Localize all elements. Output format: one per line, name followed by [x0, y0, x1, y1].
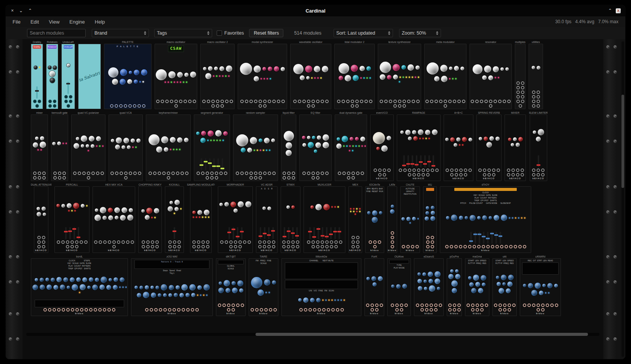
module-card[interactable]: dIKT@TGLOBALSCALEbIdoo: [216, 255, 246, 316]
port-jack: [347, 176, 350, 180]
module-card[interactable]: LATebIdoo: [387, 183, 397, 253]
module-card[interactable]: pOuPrebIdoo: [447, 255, 462, 316]
module-card[interactable]: zOÙ MAÏPattern 0 : Track 0Steps Speed Re…: [131, 255, 213, 316]
module-card[interactable]: evenVCObEfACO: [370, 111, 394, 181]
sort-dropdown[interactable]: Sort: Last updated: [334, 29, 393, 37]
module-card[interactable]: mixer: [31, 111, 48, 181]
module-card[interactable]: Aria Salvatrice: [78, 40, 101, 109]
horizontal-scrollbar[interactable]: [26, 333, 599, 336]
knob: [402, 284, 407, 289]
module-card[interactable]: MEXbEfACO: [348, 183, 362, 253]
search-input[interactable]: [27, 29, 86, 37]
port-area: [300, 171, 331, 180]
module-card[interactable]: tidal modulator 2: [334, 40, 375, 109]
module-card[interactable]: dual dynamics gate: [335, 111, 367, 181]
module-card[interactable]: MUXLICERbEfACO: [304, 183, 345, 253]
module-card[interactable]: SLEW LIMITERbEfACO: [529, 111, 548, 181]
module-card[interactable]: dTrOYCLOCKKEY SCALE GATE SLIDEPLAY COUNT…: [440, 183, 531, 253]
vertical-scrollbar[interactable]: [621, 41, 624, 357]
module-card[interactable]: tOCAnTeBPH BEATS BARFINE RESET RUNbIdoo: [365, 183, 384, 253]
horizontal-scrollbar-thumb[interactable]: [256, 333, 588, 336]
rack-screw: [16, 70, 19, 74]
module-card[interactable]: MUbIdoo: [423, 183, 437, 253]
module-card[interactable]: liquid filter: [281, 111, 296, 181]
menu-engine[interactable]: Engine: [69, 19, 85, 25]
module-card[interactable]: macro oscillatorCSAW: [155, 40, 197, 109]
led-indicator: [180, 208, 182, 210]
knob: [310, 205, 314, 209]
fader: [330, 227, 332, 239]
port-jack: [480, 100, 483, 103]
led-indicator: [168, 81, 169, 83]
module-card[interactable]: SAMPLING MODULATORbEfACO: [187, 183, 215, 253]
module-card[interactable]: bernoulli gate: [51, 111, 68, 181]
module-card[interactable]: multiples: [515, 40, 526, 109]
brand-logo: bIdoo: [395, 312, 404, 315]
fader: [205, 158, 206, 170]
module-card[interactable]: SPRING REVERBbEfACO: [476, 111, 502, 181]
zoom-dropdown[interactable]: Zoom: 50%: [399, 29, 441, 37]
module-card[interactable]: texture synthesizer: [378, 40, 421, 109]
menu-file[interactable]: File: [13, 19, 21, 25]
module-card[interactable]: meta modulator: [424, 40, 466, 109]
module-card[interactable]: CHOPPING KINKYbEfACO: [138, 183, 162, 253]
module-card[interactable]: bordLCLOCK STEPSKEY SCALE GATE SLIDEPLAY…: [31, 255, 128, 316]
module-card[interactable]: liMonADeCHANNEL NEXT MUTEUNI V/O FINE FM…: [281, 255, 361, 316]
module-card[interactable]: quad VC-polarizer: [71, 111, 105, 181]
module-card[interactable]: A+B+CbEfACO: [444, 111, 473, 181]
module-card[interactable]: RotatoesRotatoes!: [46, 40, 58, 109]
knob: [486, 142, 492, 148]
module-card[interactable]: resonator: [470, 40, 512, 109]
module-card[interactable]: MIXERbEfACO: [505, 111, 526, 181]
reset-filters-button[interactable]: Reset filters: [249, 29, 283, 37]
led-indicator: [86, 205, 88, 207]
module-card[interactable]: OUAIveTYPEPLAY MODEbIdoo: [387, 255, 411, 316]
knob: [156, 146, 162, 153]
knob-area: [62, 49, 74, 81]
module-card[interactable]: ChUTEALTITUDEGRAVITYRESTITUTIONbIdoo: [400, 183, 420, 253]
module-card[interactable]: oAiSTART LEN SPEEDFLTTYP FREQ RESbIdoo: [492, 255, 517, 316]
knob: [428, 279, 433, 283]
menu-help[interactable]: Help: [95, 19, 105, 25]
module-card[interactable]: DUAL ATTENUVERTERbEfACO: [31, 183, 51, 253]
module-card[interactable]: TiAREFM FREQ FINESCALEbIdoo: [249, 255, 278, 316]
knob: [73, 203, 79, 209]
module-card[interactable]: ForKbIdoo: [364, 255, 384, 316]
vertical-scrollbar-thumb[interactable]: [621, 95, 624, 188]
module-card[interactable]: GrabbyGrabby: [31, 40, 43, 109]
module-card[interactable]: PALETTEP A L E T T E: [104, 40, 152, 109]
module-card[interactable]: MORPHADERbEfACO: [218, 183, 253, 253]
port-jack: [229, 240, 233, 244]
module-card[interactable]: HEX MIX VCAbEfACO: [93, 183, 135, 253]
knob: [60, 285, 65, 290]
port-jack: [318, 308, 321, 312]
tags-dropdown[interactable]: Tags: [154, 29, 212, 37]
knob: [156, 69, 167, 80]
knob: [262, 207, 266, 210]
module-card[interactable]: eDsaroSbIdoo: [414, 255, 444, 316]
module-card[interactable]: KICKALLbEfACO: [165, 183, 184, 253]
module-card[interactable]: cANARdREC O/T STRT LEN READbIdoo: [520, 255, 561, 316]
favorites-checkbox[interactable]: [217, 30, 222, 36]
module-panel: [378, 44, 421, 109]
module-card[interactable]: quad VCA: [109, 111, 143, 181]
module-card[interactable]: utilities: [529, 40, 543, 109]
module-card[interactable]: keyframer/mixer: [146, 111, 191, 181]
module-card[interactable]: segment generator: [194, 111, 230, 181]
brand-dropdown[interactable]: Brand: [92, 29, 149, 37]
module-card[interactable]: PERCALLbEfACO: [54, 183, 89, 253]
module-card[interactable]: EQ filter: [299, 111, 332, 181]
module-card[interactable]: random sampler: [233, 111, 278, 181]
module-card[interactable]: VC ADSRA D S RbEfACO: [256, 183, 278, 253]
module-card[interactable]: wavetable oscillator: [290, 40, 331, 109]
module-card[interactable]: RAMPAGEbEfACO: [397, 111, 441, 181]
module-card[interactable]: maGmaSTART LEN SPEEDFLTTYP FREQ RESbIdoo: [465, 255, 489, 316]
port-jack: [334, 240, 338, 244]
knob: [468, 138, 472, 141]
module-card[interactable]: UnduLaRUnduLaR: [61, 40, 75, 109]
menu-edit[interactable]: Edit: [30, 19, 39, 25]
menu-view[interactable]: View: [49, 19, 59, 25]
module-card[interactable]: modal synthesizer: [238, 40, 287, 109]
module-card[interactable]: macro oscillator 2: [200, 40, 235, 109]
module-card[interactable]: STMIXbEfACO: [281, 183, 300, 253]
